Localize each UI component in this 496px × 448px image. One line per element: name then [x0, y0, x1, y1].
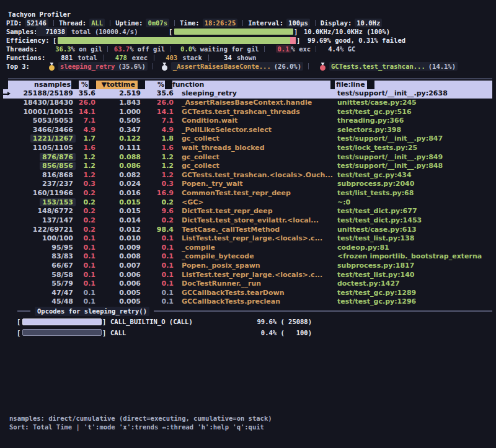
cell-tottime: 0.086 — [95, 162, 141, 171]
cell-file: unittest/case.py:613 — [337, 226, 496, 235]
cell-tottime: 0.006 — [95, 279, 141, 289]
column-header-nsamples[interactable]: nsamples — [9, 81, 71, 90]
cell-tottime: 0.111 — [95, 144, 141, 153]
cell-nsamples: 153/153 — [9, 198, 73, 208]
separator — [316, 46, 316, 52]
cell-function: _compile — [174, 244, 337, 253]
table-row[interactable]: 1221/1267 1.7 0.122 1.8 gc_collect test/… — [0, 134, 496, 144]
table-row[interactable]: 95/95 0.1 0.009 0.1 _compile codeop.py:8… — [0, 244, 496, 253]
header-block — [330, 81, 335, 90]
separator — [315, 20, 316, 26]
table-row[interactable]: 876/876 1.2 0.088 1.2 gc_collect test/su… — [0, 153, 496, 162]
table-row[interactable]: 45/48 0.1 0.005 0.1 GCCallbackTests.prec… — [0, 297, 496, 307]
cell-pct: 0.1 — [73, 234, 95, 244]
opcode-row: [ ] CALL_BUILTIN_O (CALL) 99.6% ( 25088) — [0, 317, 496, 326]
table-row[interactable]: 58/58 0.1 0.006 0.1 ListTest.test_repr_l… — [0, 271, 496, 280]
table-row[interactable]: 25188/25189 35.6 2.519 35.6 sleeping_ret… — [0, 89, 496, 99]
pid-value: 52146 — [25, 19, 48, 27]
separator — [153, 63, 153, 69]
cell-cum-pct: 0.1 — [141, 252, 174, 261]
cell-cum-pct: 0.1 — [141, 244, 174, 253]
cell-nsamples: 876/876 — [9, 153, 73, 162]
cell-file: test/test_gc.py:516 — [337, 108, 496, 117]
cell-function: GCTests.test_trashcan_threads — [174, 108, 337, 117]
functions-line: Functions: 881total 478exec 403stack 34s… — [0, 53, 496, 62]
top3-item-3[interactable]: GCTests.test_trashcan...(14.1%) — [320, 62, 458, 71]
cell-tottime: 2.519 — [95, 89, 141, 99]
table-row[interactable]: 5053/5053 7.1 0.505 7.1 Condition.wait t… — [0, 116, 496, 126]
table-row[interactable]: 137/147 0.2 0.014 0.2 DictTest.test_stor… — [0, 216, 496, 226]
table-row[interactable]: 47/47 0.1 0.005 0.1 GCCallbackTests.tear… — [0, 289, 496, 298]
column-header-pct[interactable]: % — [71, 81, 88, 90]
cell-pct: 26.0 — [73, 99, 95, 108]
cell-cum-pct: 98.4 — [141, 226, 174, 235]
cell-tottime: 0.122 — [95, 134, 141, 144]
separator — [170, 46, 170, 52]
table-row[interactable]: 160/11966 0.2 0.016 16.9 CommonTest.test… — [0, 189, 496, 198]
cell-tottime: 0.082 — [95, 171, 141, 180]
cell-cum-pct: 0.1 — [141, 297, 174, 307]
threads-waiting: 0.0% waiting for gil — [175, 45, 259, 53]
table-row[interactable]: 122/69721 0.2 0.012 98.4 TestCase._callT… — [0, 226, 496, 235]
table-row[interactable]: 153/153 0.2 0.015 0.2 <GC> ~:0 — [0, 198, 496, 208]
table-row[interactable]: 3466/3466 4.9 0.347 4.9 _PollLikeSelecto… — [0, 126, 496, 135]
table-row[interactable]: 83/83 0.1 0.008 0.1 _compile_bytecode <f… — [0, 252, 496, 261]
bracket-close: ] — [294, 27, 298, 36]
cell-cum-pct: 0.1 — [141, 279, 174, 289]
separator — [208, 55, 209, 61]
cell-cum-pct: 1.2 — [141, 153, 174, 162]
opcode-stats: 0.4% ( 100) — [236, 328, 312, 337]
cell-tottime: 1.843 — [95, 99, 141, 108]
time-label: Time: — [180, 19, 200, 27]
cell-pct: 0.1 — [73, 271, 95, 280]
cell-file: test/test_gc.py:1289 — [337, 289, 496, 298]
cell-nsamples: 95/95 — [9, 244, 73, 253]
pid-label: PID: — [6, 19, 22, 27]
selected-row-arrow-icon — [2, 94, 9, 95]
column-header-function[interactable]: function — [172, 81, 204, 90]
cell-pct: 1.7 — [73, 134, 95, 144]
cell-cum-pct: 9.6 — [141, 207, 174, 216]
column-header-tottime[interactable]: ▼tottime — [96, 81, 138, 90]
samples-detail: total (10000.4/s) — [71, 27, 138, 36]
cell-file: test/test_dict.py:677 — [337, 207, 496, 216]
cell-nsamples: 83/83 — [9, 252, 73, 261]
functions-label: Functions: — [6, 53, 45, 62]
table-row[interactable]: 55/79 0.1 0.006 0.1 DocTestRunner.__run … — [0, 279, 496, 289]
header-section: Tachyon Profiler PID: 52146 Thread: ALL … — [0, 10, 496, 71]
table-row[interactable]: 148/6772 0.2 0.015 9.6 DictTest.test_rep… — [0, 207, 496, 216]
column-header-file[interactable]: file:line — [336, 81, 365, 90]
cell-cum-pct: 0.1 — [141, 261, 174, 271]
table-row[interactable]: 18430/18430 26.0 1.843 26.0 _AssertRaise… — [0, 99, 496, 108]
table-row[interactable]: 237/237 0.3 0.024 0.3 Popen._try_wait su… — [0, 180, 496, 189]
interval-value: 100µs — [286, 19, 310, 27]
cell-pct: 0.1 — [73, 279, 95, 289]
cell-tottime: 0.505 — [95, 116, 141, 126]
cell-file: test/test_gc.py:1296 — [337, 297, 496, 307]
header-block — [367, 81, 374, 90]
opcode-bar — [22, 318, 102, 325]
cell-cum-pct: 35.6 — [141, 89, 174, 99]
cell-cum-pct: 1.2 — [141, 171, 174, 180]
top3-item-2[interactable]: _AssertRaisesBaseConte...(26.0%) — [162, 62, 303, 71]
bracket-open: [ — [53, 36, 56, 45]
functions-stack: 403stack — [161, 53, 202, 62]
separator — [174, 20, 175, 26]
top3-item-1[interactable]: sleeping_retry(35.6%) — [49, 62, 148, 71]
table-row[interactable]: 816/868 1.2 0.082 1.2 GCTests.test_trash… — [0, 171, 496, 180]
cell-nsamples: 25188/25189 — [9, 89, 73, 99]
samples-line: Samples: 71038 total (10000.4/s) [ ] 10.… — [0, 27, 496, 36]
functions-exec: 478exec — [110, 53, 148, 62]
table-row[interactable]: 1105/1105 1.6 0.111 1.6 wait_threads_blo… — [0, 144, 496, 153]
cell-nsamples: 47/47 — [9, 289, 73, 298]
table-row[interactable]: 100/100 0.1 0.010 0.1 ListTest.test_repr… — [0, 234, 496, 244]
table-row[interactable]: 66/67 0.1 0.007 0.1 Popen._posix_spawn s… — [0, 261, 496, 271]
cell-nsamples: 58/58 — [9, 271, 73, 280]
column-header-cum-pct[interactable]: % — [147, 81, 164, 90]
separator — [242, 20, 243, 26]
table-row[interactable]: 856/856 1.2 0.086 1.2 gc_collect test/su… — [0, 162, 496, 171]
table-row[interactable]: 10001/10015 14.1 1.000 14.1 GCTests.test… — [0, 108, 496, 117]
dash-segment — [154, 310, 492, 312]
thread-value[interactable]: ALL — [89, 19, 105, 27]
dash-segment — [17, 310, 30, 312]
